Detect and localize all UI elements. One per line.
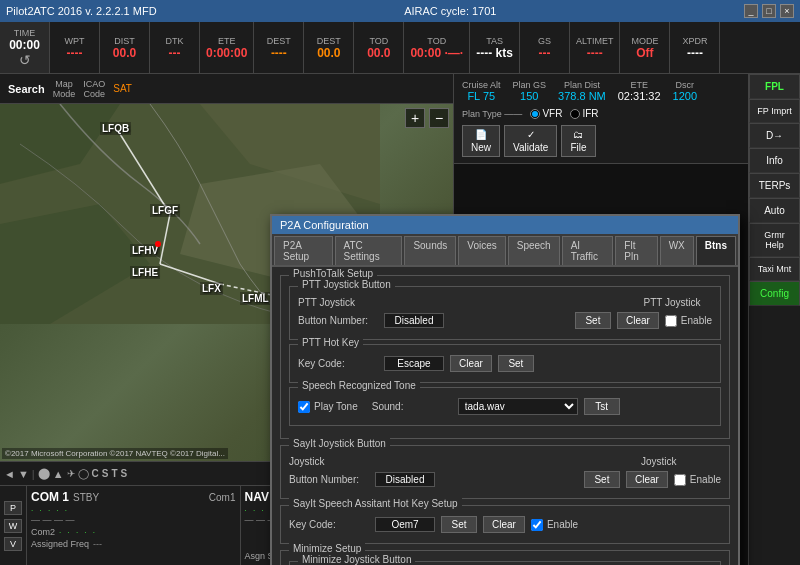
- ptt-joystick-buttons-row: Button Number: Disabled Set Clear Enable: [298, 312, 712, 329]
- sayit-hotkey-clear-button[interactable]: Clear: [483, 516, 525, 533]
- map-copyright: ©2017 Microsoft Corporation ©2017 NAVTEQ…: [2, 448, 228, 459]
- fpl-button[interactable]: FPL: [749, 74, 800, 99]
- vfr-radio[interactable]: VFR: [530, 108, 562, 119]
- tab-wx[interactable]: WX: [660, 236, 694, 265]
- sayit-key-code-value: Oem7: [375, 517, 435, 532]
- zoom-in-button[interactable]: +: [405, 108, 425, 128]
- grmr-help-button[interactable]: GrmrHelp: [749, 223, 800, 257]
- push-to-talk-title: PushToTalk Setup: [289, 268, 377, 279]
- minimize-setup-section: Minimize Setup Minimize Joystick Button …: [280, 550, 730, 565]
- sayit-hotkey-set-button[interactable]: Set: [441, 516, 477, 533]
- terps-button[interactable]: TERPs: [749, 173, 800, 198]
- minimize-setup-title: Minimize Setup: [289, 543, 365, 554]
- v-button[interactable]: V: [4, 537, 22, 551]
- ptt-hotkey-set-button[interactable]: Set: [498, 355, 534, 372]
- config-title-bar[interactable]: P2A Configuration: [272, 216, 738, 234]
- app-title: Pilot2ATC 2016 v. 2.2.2.1 MFD: [6, 5, 157, 17]
- dscr-field: Dscr 1200: [673, 80, 697, 102]
- sayit-btn-num-value: Disabled: [375, 472, 435, 487]
- maximize-button[interactable]: □: [762, 4, 776, 18]
- tab-btns[interactable]: Btns: [696, 236, 736, 265]
- close-button[interactable]: ×: [780, 4, 794, 18]
- sayit-enable-checkbox[interactable]: [674, 474, 686, 486]
- t-btn[interactable]: T: [111, 468, 117, 479]
- ptt-hotkey-clear-button[interactable]: Clear: [450, 355, 492, 372]
- search-label: Search: [8, 83, 45, 95]
- sayit-hotkey-enable-check[interactable]: Enable: [531, 519, 578, 531]
- ptt-clear-button[interactable]: Clear: [617, 312, 659, 329]
- sayit-joystick-buttons-row: Button Number: Disabled Set Clear Enable: [289, 471, 721, 488]
- push-to-talk-section: PushToTalk Setup PTT Joystick Button PTT…: [280, 275, 730, 439]
- nav-arrow-icon[interactable]: ◄: [4, 468, 15, 480]
- ptt-enable-checkbox[interactable]: [665, 315, 677, 327]
- config-tabs: P2A Setup ATC Settings Sounds Voices Spe…: [272, 234, 738, 267]
- auto-button[interactable]: Auto: [749, 198, 800, 223]
- triangle-icon[interactable]: ▲: [53, 468, 64, 480]
- circle-icon[interactable]: ⬤: [38, 467, 50, 480]
- config-button[interactable]: Config: [749, 281, 800, 306]
- test-button[interactable]: Tst: [584, 398, 620, 415]
- file-button[interactable]: 🗂 File: [561, 125, 595, 157]
- sayit-key-code-label: Key Code:: [289, 519, 369, 530]
- new-button[interactable]: 📄 New: [462, 125, 500, 157]
- sayit-set-button[interactable]: Set: [584, 471, 620, 488]
- tab-p2a-setup[interactable]: P2A Setup: [274, 236, 333, 265]
- ptt-enable-check[interactable]: Enable: [665, 315, 712, 327]
- tab-ai-traffic[interactable]: AI Traffic: [562, 236, 614, 265]
- sayit-joystick-label: Joystick: [289, 456, 369, 467]
- com1-label: COM 1: [31, 490, 69, 504]
- wpt-cell: WPT ----: [50, 22, 100, 73]
- ifr-radio[interactable]: IFR: [570, 108, 598, 119]
- pwv-controls: P W V: [0, 486, 27, 565]
- sayit-hotkey-row: Key Code: Oem7 Set Clear Enable: [289, 516, 721, 533]
- s-btn[interactable]: S: [102, 468, 109, 479]
- tab-atc-settings[interactable]: ATC Settings: [335, 236, 403, 265]
- d-arrow-button[interactable]: D→: [749, 123, 800, 148]
- ptt-set-button[interactable]: Set: [575, 312, 611, 329]
- waypoint-lfgf: LFGF: [150, 204, 180, 217]
- s2-btn[interactable]: S: [121, 468, 128, 479]
- tab-sounds[interactable]: Sounds: [404, 236, 456, 265]
- tab-speech[interactable]: Speech: [508, 236, 560, 265]
- refresh-icon[interactable]: ↺: [19, 52, 31, 68]
- dest1-cell: Dest ----: [254, 22, 304, 73]
- play-tone-check[interactable]: Play Tone: [298, 401, 358, 413]
- taxi-mnt-button[interactable]: Taxi Mnt: [749, 257, 800, 281]
- new-icon: 📄: [475, 129, 487, 140]
- sayit-hotkey-enable-checkbox[interactable]: [531, 519, 543, 531]
- speech-tone-section: Speech Recognized Tone Play Tone Sound: …: [289, 387, 721, 426]
- button-number-label: Button Number:: [298, 315, 378, 326]
- validate-button[interactable]: ✓ Validate: [504, 125, 557, 157]
- main-area: Search Map Mode ICAO Code SAT: [0, 74, 800, 565]
- com1-freq: · · · · ·: [31, 506, 236, 515]
- sayit-enable-check[interactable]: Enable: [674, 474, 721, 486]
- info-button[interactable]: Info: [749, 148, 800, 173]
- toolbar-sep: |: [32, 468, 35, 480]
- mode-cell mode-cell: Mode Off: [620, 22, 670, 73]
- minimize-joystick-section: Minimize Joystick Button Joystick: PTT J…: [289, 561, 721, 565]
- plane-icon[interactable]: ✈: [67, 468, 75, 479]
- cruise-alt-field: Cruise Alt FL 75: [462, 80, 501, 102]
- tab-flt-pln[interactable]: Flt Pln: [615, 236, 657, 265]
- validate-icon: ✓: [527, 129, 535, 140]
- fp-import-button[interactable]: FP Imprt: [749, 99, 800, 123]
- minimize-button[interactable]: _: [744, 4, 758, 18]
- circle2-icon[interactable]: ◯: [78, 468, 89, 479]
- assigned-freq-value: ---: [93, 539, 102, 549]
- p-button[interactable]: P: [4, 501, 22, 515]
- ptt-hotkey-section: PTT Hot Key Key Code: Escape Clear Set: [289, 344, 721, 383]
- c-btn[interactable]: C: [92, 468, 99, 479]
- nav-down-icon[interactable]: ▼: [18, 468, 29, 480]
- top-bar: Time 00:00 ↺ WPT ---- DIST 00.0 DTK --- …: [0, 22, 800, 74]
- com1-dashes: — — — —: [31, 515, 236, 525]
- play-tone-checkbox[interactable]: [298, 401, 310, 413]
- sayit-clear-button[interactable]: Clear: [626, 471, 668, 488]
- plan-gs-field: Plan GS 150: [513, 80, 547, 102]
- w-button[interactable]: W: [4, 519, 22, 533]
- zoom-out-button[interactable]: −: [429, 108, 449, 128]
- ptt-key-code-value: Escape: [384, 356, 444, 371]
- sound-select[interactable]: tada.wav: [458, 398, 578, 415]
- tab-voices[interactable]: Voices: [458, 236, 505, 265]
- waypoint-lfml: LFML: [240, 292, 271, 305]
- ptt-hotkey-row: Key Code: Escape Clear Set: [298, 355, 712, 372]
